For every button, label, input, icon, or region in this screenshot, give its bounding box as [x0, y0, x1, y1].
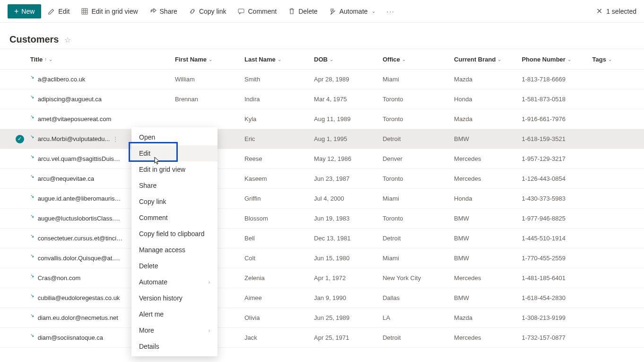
cell-office: Miami	[383, 76, 454, 83]
context-edit[interactable]: Edit	[131, 145, 218, 161]
cell-dob: Aug 1, 1995	[314, 135, 383, 142]
share-icon	[149, 8, 157, 15]
more-button[interactable]: ···	[382, 5, 400, 18]
delete-button-label: Delete	[298, 8, 317, 15]
cell-phone: 1-957-129-3217	[522, 155, 592, 162]
cell-first-name: William	[175, 76, 244, 83]
share-button[interactable]: Share	[145, 5, 182, 18]
cell-dob: Aug 11, 1989	[314, 115, 383, 123]
header-office[interactable]: Office ⌄	[383, 56, 454, 63]
context-delete[interactable]: Delete	[131, 258, 218, 274]
table-row[interactable]: ↘cubilia@eudoloregestas.co.ukAimeeJan 9,…	[0, 288, 644, 308]
comment-button[interactable]: Comment	[233, 5, 281, 18]
header-dob[interactable]: DOB ⌄	[314, 56, 383, 63]
header-tags[interactable]: Tags ⌄	[592, 56, 635, 63]
new-button-label: New	[21, 8, 35, 15]
header-phone[interactable]: Phone Number ⌄	[522, 56, 592, 63]
header-last-name[interactable]: Last Name ⌄	[244, 56, 314, 63]
table-row[interactable]: ↘diam@sociisnatoque.caJackApr 25, 1971De…	[0, 328, 644, 348]
cell-brand: Mercedes	[454, 155, 522, 162]
svg-rect-0	[82, 9, 87, 14]
cell-dob: Mar 4, 1975	[314, 96, 383, 103]
context-details[interactable]: Details	[131, 338, 218, 354]
context-automate[interactable]: Automate›	[131, 274, 218, 290]
context-comment[interactable]: Comment	[131, 210, 218, 226]
cell-dob: Apr 25, 1971	[314, 334, 383, 341]
table-row[interactable]: ↘consectetuer.cursus.et@tinciduntDBellDe…	[0, 229, 644, 248]
cell-last-name: Kaseem	[244, 175, 314, 182]
copy-link-button[interactable]: Copy link	[184, 5, 231, 18]
link-icon	[189, 8, 196, 15]
clear-selection-button[interactable]: ✕	[596, 7, 602, 16]
cell-last-name: Zelenia	[244, 274, 314, 282]
header-brand[interactable]: Current Brand ⌄	[454, 56, 522, 63]
drag-handle-icon[interactable]: ⋮	[113, 136, 118, 142]
table-row[interactable]: ↘a@aclibero.co.ukWilliamSmithApr 28, 198…	[0, 70, 644, 89]
chevron-down-icon: ⌄	[497, 57, 501, 62]
table-row[interactable]: ↘amet@vitaeposuereat.comKylaAug 11, 1989…	[0, 109, 644, 129]
cell-last-name: Blossom	[244, 215, 314, 222]
cell-title[interactable]: ↘amet@vitaeposuereat.com	[30, 115, 175, 123]
cell-brand: BMW	[454, 255, 522, 262]
context-version-history[interactable]: Version history	[131, 290, 218, 306]
cell-phone: 1-813-718-6669	[522, 76, 592, 83]
cell-office: LA	[383, 314, 454, 321]
copy-link-button-label: Copy link	[199, 8, 226, 15]
cell-last-name: Kyla	[244, 115, 314, 123]
cell-brand: BMW	[454, 135, 522, 142]
pencil-icon	[48, 8, 55, 15]
cell-office: Detroit	[383, 235, 454, 242]
context-alert-me[interactable]: Alert me	[131, 306, 218, 322]
table-row[interactable]: ↘Cras@non.comZeleniaApr 1, 1972New York …	[0, 268, 644, 288]
cell-title-text: adipiscing@augueut.ca	[38, 96, 102, 103]
cell-dob: Apr 1, 1972	[314, 274, 383, 282]
command-bar-right: ✕ 1 selected	[596, 7, 636, 16]
header-title[interactable]: Title ↑ ⌄	[30, 56, 175, 63]
cell-dob: Jun 25, 1989	[314, 314, 383, 321]
table-row[interactable]: ✓↘arcu.Morbi@vulputatedu...⋮EricAug 1, 1…	[0, 129, 644, 149]
cell-title-text: arcu.Morbi@vulputatedu...	[38, 135, 110, 142]
table-row[interactable]: ↘diam.eu.dolor@necmetus.netOliviaJun 25,…	[0, 308, 644, 328]
context-open[interactable]: Open	[131, 129, 218, 145]
cell-dob: Jun 23, 1987	[314, 175, 383, 182]
item-type-icon: ↘	[30, 174, 36, 179]
cell-title[interactable]: ↘adipiscing@augueut.ca	[30, 96, 175, 103]
cell-last-name: Eric	[244, 135, 314, 142]
table-row[interactable]: ↘augue.id.ante@liberomaurisaliquaGriffin…	[0, 189, 644, 209]
table-row[interactable]: ↘convallis.dolor.Quisque@at.co.ukColtJun…	[0, 248, 644, 268]
edit-button[interactable]: Edit	[43, 5, 74, 18]
item-type-icon: ↘	[30, 94, 36, 100]
grid-header-row: Title ↑ ⌄ First Name ⌄ Last Name ⌄ DOB ⌄…	[0, 49, 644, 70]
edit-button-label: Edit	[58, 8, 70, 15]
cell-brand: BMW	[454, 294, 522, 301]
table-row[interactable]: ↘adipiscing@augueut.caBrennanIndiraMar 4…	[0, 89, 644, 109]
item-type-icon: ↘	[30, 134, 36, 140]
cell-phone: 1-445-510-1914	[522, 235, 592, 242]
context-manage-access[interactable]: Manage access	[131, 242, 218, 258]
item-type-icon: ↘	[30, 74, 36, 80]
context-copy-link[interactable]: Copy link	[131, 194, 218, 210]
cell-title[interactable]: ↘a@aclibero.co.uk	[30, 76, 175, 83]
delete-button[interactable]: Delete	[283, 5, 322, 18]
table-row[interactable]: ↘augue@luctuslobortisClass.co.ukBlossomJ…	[0, 209, 644, 229]
row-selector[interactable]: ✓	[9, 135, 30, 143]
header-title-label: Title	[30, 56, 43, 63]
cell-office: Detroit	[383, 135, 454, 142]
context-edit-grid[interactable]: Edit in grid view	[131, 161, 218, 177]
grid-icon	[81, 8, 88, 15]
context-more[interactable]: More›	[131, 322, 218, 338]
cell-dob: Apr 28, 1989	[314, 76, 383, 83]
context-share[interactable]: Share	[131, 177, 218, 194]
table-row[interactable]: ↘arcu@nequevitae.caKaseemJun 23, 1987Tor…	[0, 169, 644, 189]
new-button[interactable]: + New	[8, 4, 41, 18]
automate-button[interactable]: Automate ⌄	[324, 5, 380, 18]
favorite-star-icon[interactable]: ☆	[64, 36, 71, 44]
cell-brand: Mazda	[454, 76, 522, 83]
edit-grid-button[interactable]: Edit in grid view	[76, 5, 142, 18]
table-row[interactable]: ↘arcu.vel.quam@sagittisDuisgravidReeseMa…	[0, 149, 644, 169]
header-first-name[interactable]: First Name ⌄	[175, 56, 244, 63]
trash-icon	[288, 8, 296, 15]
cell-title-text: diam.eu.dolor@necmetus.net	[38, 314, 118, 321]
context-copy-field[interactable]: Copy field to clipboard	[131, 226, 218, 242]
cell-dob: Jun 15, 1980	[314, 255, 383, 262]
